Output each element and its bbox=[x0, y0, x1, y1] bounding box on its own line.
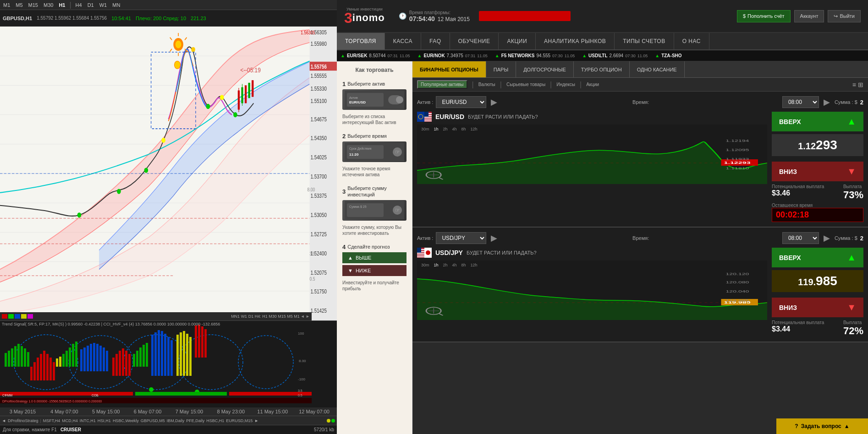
svg-rect-34 bbox=[252, 80, 253, 97]
svg-point-129 bbox=[149, 387, 154, 392]
nav-next[interactable]: ► bbox=[254, 418, 258, 423]
nav-yellow-block[interactable] bbox=[21, 314, 27, 319]
list-view-icon[interactable]: ≡ bbox=[852, 81, 856, 88]
chart-nav-msft[interactable]: MSFT,H4 bbox=[43, 418, 60, 423]
timeframe-w1[interactable]: W1 bbox=[98, 2, 109, 8]
chart-nav-hsbc1[interactable]: HSBC,H1 bbox=[206, 418, 224, 423]
svg-text:EUR/USD: EUR/USD bbox=[349, 100, 366, 104]
timeframe-h1[interactable]: H1 bbox=[57, 2, 66, 8]
svg-text:120.120: 120.120 bbox=[726, 272, 749, 276]
question-icon: ? bbox=[795, 423, 798, 429]
btn-up-2[interactable]: ВВЕРХ ▲ bbox=[772, 248, 863, 267]
svg-text:СФММ: СФММ bbox=[2, 394, 12, 397]
asset-select-1[interactable]: EUR/USD bbox=[436, 96, 486, 108]
timeframe-h4[interactable]: H4 bbox=[74, 2, 83, 8]
timeframe-m15[interactable]: M15 bbox=[27, 2, 39, 8]
deposit-button[interactable]: $ Пополнить счёт bbox=[737, 10, 791, 22]
nav-green-block[interactable] bbox=[8, 314, 14, 319]
time-label-2: Время: bbox=[502, 235, 779, 241]
filter-stocks[interactable]: Акции bbox=[586, 82, 599, 87]
sub-tab-onetouch[interactable]: ОДНО КАСАНИЕ bbox=[630, 61, 685, 77]
timeframe-m1[interactable]: M1 bbox=[2, 2, 11, 8]
tab2-2h[interactable]: 2h bbox=[442, 262, 449, 268]
account-button[interactable]: Аккаунт bbox=[794, 10, 824, 22]
exit-button[interactable]: ↪ Выйти bbox=[828, 10, 861, 22]
nav-tab-faq[interactable]: FAQ bbox=[421, 33, 450, 49]
time-6: 8 May 23:00 bbox=[210, 409, 252, 414]
chart-nav-intc[interactable]: INTC,H1 bbox=[80, 418, 96, 423]
timeframe-m5[interactable]: M5 bbox=[14, 2, 24, 8]
timeframe-mn[interactable]: MN bbox=[111, 2, 121, 8]
chart-nav-pfe[interactable]: PFE,Daily bbox=[186, 418, 204, 423]
nav-tab-about[interactable]: О НАС bbox=[674, 33, 709, 49]
timeframe-labels: MN1 W1 D1 H4: H1 M30 M15 M5 M1 bbox=[231, 314, 300, 319]
svg-rect-93 bbox=[80, 349, 82, 371]
sub-tab-binary[interactable]: БИНАРНЫЕ ОПЦИОНЫ bbox=[412, 61, 486, 77]
nav-magenta-block[interactable] bbox=[27, 314, 33, 319]
timeframe-m30[interactable]: M30 bbox=[42, 2, 55, 8]
nav-tab-analytics[interactable]: АНАЛИТИКА РЫНКОВ bbox=[536, 33, 615, 49]
tab-30m[interactable]: 30m bbox=[420, 126, 431, 132]
main-chart[interactable]: <--05:19 1.56305 1.55980 1.55756 1.55555… bbox=[0, 27, 337, 320]
nav-blue-block[interactable] bbox=[15, 314, 20, 319]
tab-8h[interactable]: 8h bbox=[460, 126, 467, 132]
filter-indices[interactable]: Индексы bbox=[556, 82, 575, 87]
nav-tab-kassa[interactable]: КАССА bbox=[385, 33, 421, 49]
predict-higher-btn[interactable]: ▲ ВЫШЕ bbox=[342, 252, 407, 263]
asset-label-1: Актив : bbox=[417, 99, 433, 105]
chart-nav-eurusd[interactable]: EURUSD,M15 bbox=[226, 418, 253, 423]
tab2-4h[interactable]: 4h bbox=[451, 262, 458, 268]
tab2-12h[interactable]: 12h bbox=[469, 262, 479, 268]
chart-nav-gbpusd[interactable]: GBPUSD,M5 bbox=[141, 418, 165, 423]
chart-nav-hsbc[interactable]: HSBC,Weekly bbox=[113, 418, 139, 423]
step3-title: Выберите сумму инвестиций bbox=[347, 185, 407, 198]
filter-currencies[interactable]: Валюты bbox=[478, 82, 495, 87]
sub-tab-pairs[interactable]: ПАРЫ bbox=[486, 61, 516, 77]
timeframe-d1[interactable]: D1 bbox=[86, 2, 95, 8]
nav-tab-education[interactable]: ОБУЧЕНИЕ bbox=[450, 33, 499, 49]
chart-nav-ibm[interactable]: IBM,Daily bbox=[167, 418, 185, 423]
sub-tab-turbo[interactable]: ТУРБО ОПЦИОН bbox=[574, 61, 630, 77]
nav-red-block[interactable] bbox=[2, 314, 7, 319]
btn-down-1[interactable]: ВНИЗ ▼ bbox=[772, 162, 863, 181]
tab-12h[interactable]: 12h bbox=[469, 126, 479, 132]
grid-view-icon[interactable]: ⊞ bbox=[858, 81, 863, 88]
filter-popular[interactable]: Популярные активы bbox=[417, 80, 467, 89]
trading-area: БИНАРНЫЕ ОПЦИОНЫ ПАРЫ ДОЛГОСРОЧНЫЕ ТУРБО… bbox=[412, 61, 868, 434]
predict-lower-btn[interactable]: ▼ НИЖЕ bbox=[342, 265, 407, 276]
tab-1h[interactable]: 1h bbox=[433, 126, 440, 132]
chart-nav-hsi[interactable]: HSI,H1 bbox=[98, 418, 111, 423]
time-select-2[interactable]: 08:00 bbox=[782, 232, 819, 244]
tab-4h[interactable]: 4h bbox=[451, 126, 458, 132]
tab2-1h[interactable]: 1h bbox=[433, 262, 440, 268]
btn-up-label-2: ВВЕРХ bbox=[779, 254, 801, 261]
time-select-1[interactable]: 08:00 bbox=[782, 96, 819, 108]
filter-commodities[interactable]: Сырьевые товары bbox=[506, 82, 545, 87]
chart-nav-mcd[interactable]: MCD,H4 bbox=[62, 418, 78, 423]
nav-prev[interactable]: ◄ bbox=[2, 418, 6, 423]
tab2-8h[interactable]: 8h bbox=[460, 262, 467, 268]
tab2-30m[interactable]: 30m bbox=[420, 262, 431, 268]
payout-value-2: $3.44 bbox=[772, 325, 824, 333]
step1-title: Выберите актив bbox=[347, 81, 385, 87]
up-arrow-icon: ▲ bbox=[847, 116, 856, 127]
asset-select-2[interactable]: USD/JPY bbox=[436, 232, 486, 244]
svg-rect-80 bbox=[37, 358, 39, 380]
tab-2h[interactable]: 2h bbox=[442, 126, 449, 132]
svg-text:<--05:19: <--05:19 bbox=[240, 66, 261, 74]
ticker-time: 07:30 bbox=[625, 54, 636, 58]
question-button[interactable]: ? Задать вопрос ▲ bbox=[776, 418, 868, 434]
sub-tab-longterm[interactable]: ДОЛГОСРОЧНЫЕ bbox=[516, 61, 574, 77]
svg-rect-78 bbox=[30, 367, 33, 380]
svg-rect-103 bbox=[115, 354, 118, 376]
chart-nav-dprofitno[interactable]: DProfitnoStrateg bbox=[8, 418, 38, 423]
btn-down-2[interactable]: ВНИЗ ▼ bbox=[772, 298, 863, 317]
step4-num: 4 bbox=[342, 244, 346, 250]
nav-tab-promo[interactable]: АКЦИИ bbox=[499, 33, 536, 49]
nav-tab-accounts[interactable]: ТИПЫ СЧЕТОВ bbox=[615, 33, 674, 49]
nav-tab-trading[interactable]: ТОРГОВЛЯ bbox=[337, 33, 385, 49]
filter-sep2: | bbox=[500, 81, 502, 89]
btn-up-1[interactable]: ВВЕРХ ▲ bbox=[772, 112, 863, 131]
svg-point-190 bbox=[426, 250, 430, 255]
guide-step-3: 3 Выберите сумму инвестиций Сумма $ 25 ☞… bbox=[342, 185, 407, 236]
